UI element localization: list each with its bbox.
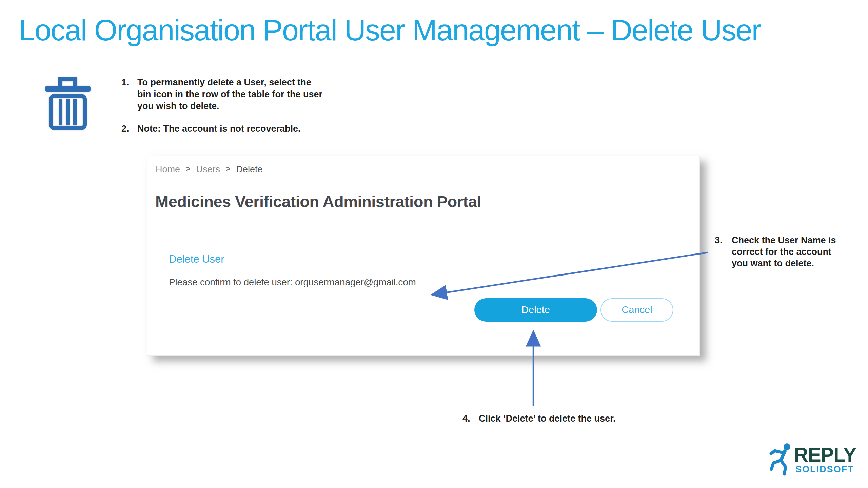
annotation-step-4: 4.Click ‘Delete’ to delete the user. [462, 413, 616, 425]
reply-runner-icon [769, 443, 793, 476]
confirm-text: Please confirm to delete user: orguserma… [169, 277, 416, 288]
annotation-step-3: 3.Check the User Name is correct for the… [715, 235, 836, 269]
page-title: Local Organisation Portal User Managemen… [19, 13, 761, 47]
step-number: 1. [121, 77, 137, 88]
delete-button[interactable]: Delete [474, 298, 597, 322]
instruction-step-1: 1.To permanently delete a User, select t… [121, 77, 322, 112]
portal-heading: Medicines Verification Administration Po… [155, 192, 481, 211]
breadcrumb-home[interactable]: Home [156, 164, 180, 175]
panel-title: Delete User [169, 253, 224, 265]
breadcrumb-users[interactable]: Users [196, 164, 220, 175]
breadcrumb-delete: Delete [236, 164, 262, 175]
delete-user-panel: Delete User Please confirm to delete use… [155, 242, 687, 348]
slide-canvas: Local Organisation Portal User Managemen… [0, 0, 868, 488]
trash-bin-icon [45, 77, 91, 130]
reply-logo: REPLY SOLIDSOFT [769, 441, 861, 479]
step-text: Check the User Name is correct for the a… [732, 235, 836, 269]
cancel-button[interactable]: Cancel [600, 298, 673, 322]
breadcrumb: Home > Users > Delete [156, 164, 262, 175]
portal-screenshot: Home > Users > Delete Medicines Verifica… [147, 156, 700, 356]
step-text: To permanently delete a User, select the… [137, 77, 322, 112]
reply-wordmark: REPLY [794, 443, 856, 466]
solidsoft-wordmark: SOLIDSOFT [795, 464, 854, 475]
step-number: 4. [462, 413, 479, 425]
step-number: 2. [121, 123, 137, 135]
step-text: Click ‘Delete’ to delete the user. [479, 413, 616, 425]
chevron-right-icon: > [186, 164, 190, 174]
step-number: 3. [715, 235, 732, 246]
step-text: Note: The account is not recoverable. [137, 123, 301, 135]
instruction-step-2: 2.Note: The account is not recoverable. [121, 123, 301, 135]
chevron-right-icon: > [226, 164, 230, 174]
